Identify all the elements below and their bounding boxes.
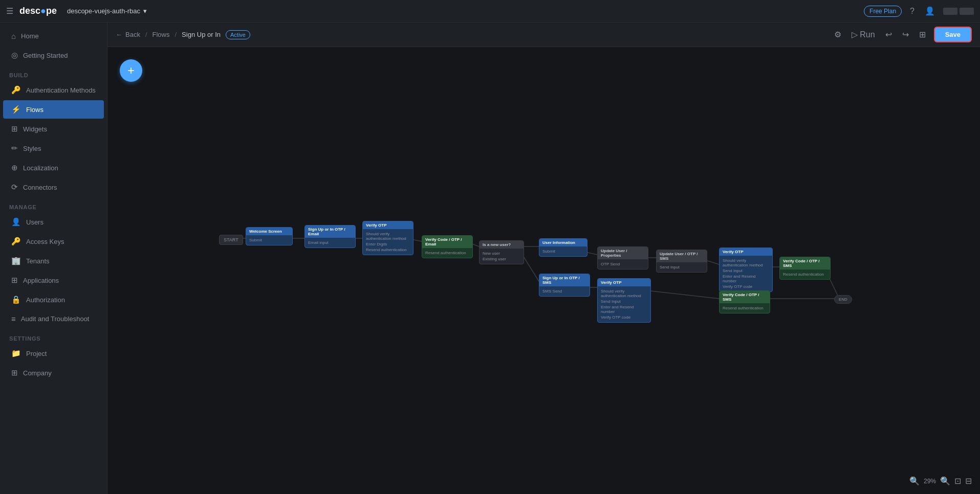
user-info-node[interactable]: User Information Submit — [539, 238, 587, 257]
flow-canvas[interactable]: + — [107, 47, 980, 494]
sidebar-item-widgets[interactable]: ⊞ Widgets — [3, 120, 104, 138]
sidebar-item-getting-started[interactable]: ◎ Getting Started — [3, 46, 104, 64]
settings-section-label: Settings — [0, 328, 107, 344]
subheader-actions: ⚙ ▷ Run ↩ ↪ ⊞ Save — [832, 27, 972, 42]
breadcrumb-separator-2: / — [175, 31, 177, 38]
sidebar-item-home[interactable]: ⌂ Home — [3, 27, 104, 45]
sidebar-item-label: Flows — [26, 106, 43, 114]
sidebar-item-label: Tenants — [26, 257, 50, 265]
sidebar-item-authentication-methods[interactable]: 🔑 Authentication Methods — [3, 81, 104, 99]
zoom-out-btn[interactable]: 🔍 — [909, 476, 920, 486]
sidebar-item-flows[interactable]: ⚡ Flows — [3, 100, 104, 119]
sidebar-item-label: Getting Started — [23, 52, 68, 59]
fit-view-btn[interactable]: ⊡ — [954, 476, 961, 486]
home-icon: ⌂ — [11, 32, 16, 40]
sidebar-item-label: Users — [26, 218, 43, 226]
is-new-user-node[interactable]: Is a new user? New user Existing user — [479, 240, 524, 264]
project-name: descope-vuejs-auth-rbac — [67, 7, 140, 15]
signup-otp-email-node[interactable]: Sign Up or In OTP / Email Email input — [304, 225, 356, 248]
authorization-icon: 🔒 — [11, 295, 21, 304]
verify-code-email-node[interactable]: Verify Code / OTP / Email Resend authent… — [422, 235, 473, 258]
tenants-icon: 🏢 — [11, 256, 21, 265]
sidebar-item-label: Company — [23, 369, 52, 377]
applications-icon: ⊞ — [11, 276, 18, 285]
logo-text: desc●pe — [19, 6, 57, 16]
connectors-icon: ⟳ — [11, 183, 18, 192]
start-node: START — [219, 235, 243, 245]
subheader: ← Back / Flows / Sign Up or In Active ⚙ … — [107, 23, 980, 47]
company-icon: ⊞ — [11, 368, 18, 377]
zoom-in-btn[interactable]: 🔍 — [940, 476, 950, 486]
settings-icon-btn[interactable]: ⚙ — [832, 28, 843, 41]
users-icon: 👤 — [11, 217, 21, 227]
run-icon-btn[interactable]: ▷ Run — [850, 28, 877, 41]
localization-icon: ⊕ — [11, 163, 18, 172]
verify-otp-node[interactable]: Verify OTP Should verify authentication … — [362, 221, 413, 255]
minimap-btn[interactable]: ⊟ — [965, 476, 972, 486]
sidebar-item-localization[interactable]: ⊕ Localization — [3, 159, 104, 177]
zoom-level: 29% — [924, 478, 936, 485]
undo-icon-btn[interactable]: ↩ — [883, 28, 894, 41]
save-button[interactable]: Save — [934, 27, 972, 42]
sidebar-item-authorization[interactable]: 🔒 Authorization — [3, 290, 104, 309]
free-plan-badge[interactable]: Free Plan — [864, 6, 902, 17]
help-icon[interactable]: ? — [908, 5, 917, 18]
sidebar-item-users[interactable]: 👤 Users — [3, 213, 104, 231]
widgets-icon: ⊞ — [11, 124, 18, 133]
sidebar-item-styles[interactable]: ✏ Styles — [3, 139, 104, 158]
sidebar-item-label: Audit and Troubleshoot — [21, 315, 90, 323]
sidebar-item-audit[interactable]: ≡ Audit and Troubleshoot — [3, 310, 104, 328]
audit-icon: ≡ — [11, 315, 16, 323]
update-user-props-node[interactable]: Update User / Properties OTP Send — [597, 246, 648, 270]
back-arrow-icon: ← — [116, 31, 122, 38]
sidebar-item-label: Applications — [23, 277, 59, 284]
topbar: ☰ desc●pe descope-vuejs-auth-rbac ▾ Free… — [0, 0, 980, 23]
back-button[interactable]: ← Back — [116, 31, 140, 38]
user-icons — [943, 8, 974, 15]
end-node: END — [834, 295, 852, 304]
sidebar-item-label: Widgets — [23, 125, 47, 133]
sidebar-item-label: Connectors — [23, 184, 57, 191]
sidebar-item-company[interactable]: ⊞ Company — [3, 364, 104, 382]
update-user-sms-node[interactable]: Update User / OTP / SMS Send Input — [656, 250, 707, 273]
arrange-icon-btn[interactable]: ⊞ — [917, 28, 928, 41]
signup-otp-sms-node[interactable]: Sign Up or In OTP / SMS SMS Send — [539, 274, 590, 297]
project-selector[interactable]: descope-vuejs-auth-rbac ▾ — [63, 5, 151, 17]
verify-code-sms-node[interactable]: Verify Code / OTP / SMS Resend authentic… — [779, 257, 831, 280]
access-keys-icon: 🔑 — [11, 237, 21, 246]
sidebar-item-label: Authorization — [26, 296, 65, 304]
sidebar-item-tenants[interactable]: 🏢 Tenants — [3, 252, 104, 270]
redo-icon-btn[interactable]: ↪ — [900, 28, 911, 41]
sidebar-item-applications[interactable]: ⊞ Applications — [3, 271, 104, 289]
logo: desc●pe — [19, 6, 57, 16]
sidebar-item-access-keys[interactable]: 🔑 Access Keys — [3, 232, 104, 251]
sidebar-item-connectors[interactable]: ⟳ Connectors — [3, 178, 104, 196]
sidebar-item-label: Project — [26, 350, 47, 357]
flows-icon: ⚡ — [11, 105, 21, 114]
zoom-controls: 🔍 29% 🔍 ⊡ ⊟ — [909, 476, 972, 486]
status-badge: Active — [226, 30, 250, 39]
welcome-screen-node[interactable]: Welcome Screen Submit — [246, 227, 293, 245]
sidebar-item-label: Home — [21, 32, 39, 40]
back-label: Back — [125, 31, 140, 38]
sidebar-item-label: Access Keys — [26, 238, 64, 245]
user-icon[interactable]: 👤 — [923, 4, 937, 18]
add-node-button[interactable]: + — [120, 59, 142, 82]
verify-code-sms2-node[interactable]: Verify Code / OTP / SMS Resend authentic… — [719, 290, 770, 313]
sidebar: ⌂ Home ◎ Getting Started Build 🔑 Authent… — [0, 23, 107, 494]
hamburger-icon[interactable]: ☰ — [6, 6, 13, 16]
styles-icon: ✏ — [11, 144, 18, 153]
verify-otp-sms2-node[interactable]: Verify OTP Should verify authentication … — [597, 278, 651, 323]
verify-otp-2-node[interactable]: Verify OTP Should verify authentication … — [719, 248, 773, 292]
breadcrumb-current: Sign Up or In — [182, 31, 221, 38]
build-section-label: Build — [0, 65, 107, 80]
sidebar-item-label: Styles — [23, 145, 41, 152]
breadcrumb-flows[interactable]: Flows — [153, 31, 170, 38]
breadcrumb-separator: / — [145, 31, 147, 38]
project-icon: 📁 — [11, 349, 21, 358]
sidebar-item-label: Localization — [23, 164, 58, 172]
chevron-down-icon: ▾ — [143, 7, 147, 15]
auth-icon: 🔑 — [11, 85, 21, 95]
connections-layer — [107, 47, 980, 494]
sidebar-item-project[interactable]: 📁 Project — [3, 344, 104, 363]
